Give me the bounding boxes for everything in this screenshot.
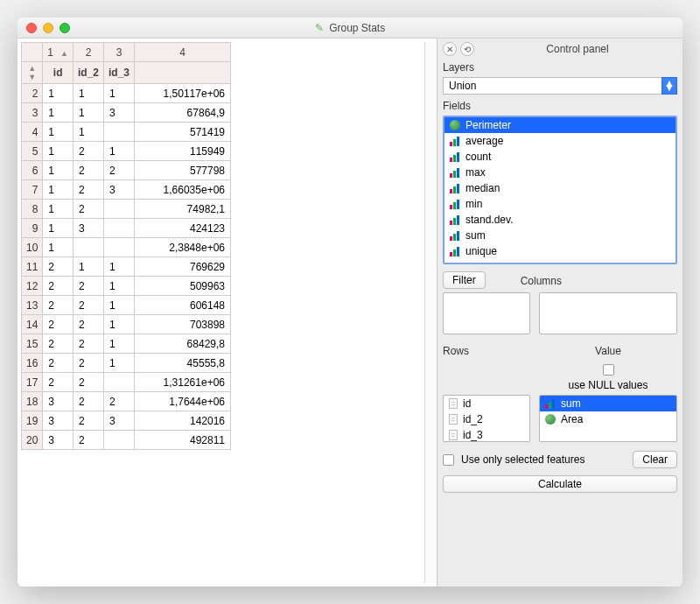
cell[interactable]: 1,50117e+06: [135, 84, 231, 103]
minimize-icon[interactable]: [43, 23, 53, 33]
cell[interactable]: 3: [43, 392, 74, 411]
table-scroll[interactable]: 1▲ 2 3 4 ▲▼ id id_2 id_3: [21, 42, 424, 583]
layers-select-value[interactable]: [443, 77, 662, 95]
table-row[interactable]: 1622145555,8: [22, 354, 231, 373]
table-row[interactable]: 2032492811: [22, 431, 231, 450]
cell[interactable]: 1: [43, 142, 74, 161]
calculate-button[interactable]: Calculate: [443, 475, 677, 493]
list-item[interactable]: sum: [540, 396, 676, 411]
col-header[interactable]: id: [43, 62, 74, 84]
table-row[interactable]: 913424123: [22, 219, 231, 238]
list-item[interactable]: sum: [444, 228, 676, 243]
cell[interactable]: 115949: [135, 142, 231, 161]
cell[interactable]: 2: [43, 373, 74, 392]
value-drop[interactable]: sumArea: [539, 395, 677, 442]
cell[interactable]: 1: [103, 84, 134, 103]
cell[interactable]: 1: [73, 103, 103, 123]
columns-drop[interactable]: [539, 292, 677, 334]
table-row[interactable]: 1012,3848e+06: [22, 238, 231, 257]
dropdown-arrows-icon[interactable]: ▲▼: [662, 77, 677, 95]
cell[interactable]: 2: [73, 180, 103, 200]
group-header[interactable]: 2: [73, 43, 103, 62]
cell[interactable]: 1: [43, 200, 74, 219]
cell[interactable]: 606148: [135, 296, 231, 315]
layers-select[interactable]: ▲▼: [443, 77, 677, 95]
use-selected-checkbox[interactable]: [443, 454, 454, 466]
cell[interactable]: 571419: [135, 123, 231, 142]
cell[interactable]: 1: [103, 315, 134, 334]
cell[interactable]: 2: [73, 354, 103, 373]
cell[interactable]: 2: [43, 354, 74, 373]
list-item[interactable]: Area: [540, 411, 676, 427]
col-header[interactable]: id_2: [73, 62, 103, 84]
cell[interactable]: 45555,8: [135, 354, 231, 373]
group-header[interactable]: 4: [135, 43, 231, 62]
cell[interactable]: 1: [103, 334, 134, 354]
group-header[interactable]: 3: [103, 43, 134, 62]
list-item[interactable]: stand.dev.: [444, 212, 676, 228]
cell[interactable]: 1: [43, 180, 74, 200]
list-item[interactable]: count: [444, 149, 676, 165]
cell[interactable]: 703898: [135, 315, 231, 334]
cell[interactable]: 2: [73, 334, 103, 354]
cell[interactable]: 1,31261e+06: [135, 373, 231, 392]
cell[interactable]: 1: [43, 84, 74, 103]
cell[interactable]: [103, 373, 134, 392]
cell[interactable]: 1: [43, 219, 74, 238]
table-row[interactable]: 17221,31261e+06: [22, 373, 231, 392]
cell[interactable]: [103, 431, 134, 450]
cell[interactable]: 2: [73, 373, 103, 392]
cell[interactable]: 3: [43, 431, 74, 450]
close-panel-icon[interactable]: ✕: [443, 42, 457, 56]
cell[interactable]: [73, 238, 103, 257]
vertical-scrollbar[interactable]: [424, 42, 437, 583]
table-row[interactable]: 19323142016: [22, 411, 231, 431]
cell[interactable]: 142016: [135, 411, 231, 431]
table-row[interactable]: 11211769629: [22, 257, 231, 277]
filter-button[interactable]: Filter: [443, 271, 486, 289]
list-item[interactable]: id_2: [444, 411, 529, 427]
cell[interactable]: 3: [103, 103, 134, 123]
cell[interactable]: 1: [103, 257, 134, 277]
cell[interactable]: 2: [73, 142, 103, 161]
cell[interactable]: 68429,8: [135, 334, 231, 354]
cell[interactable]: 1: [103, 277, 134, 296]
cell[interactable]: 1: [43, 161, 74, 180]
table-row[interactable]: 81274982,1: [22, 200, 231, 219]
cell[interactable]: 1: [43, 123, 74, 142]
cell[interactable]: 2: [43, 334, 74, 354]
cell[interactable]: 2: [73, 411, 103, 431]
group-header[interactable]: 1▲: [43, 43, 74, 62]
cell[interactable]: 509963: [135, 277, 231, 296]
list-item[interactable]: max: [444, 165, 676, 180]
table-row[interactable]: 14221703898: [22, 315, 231, 334]
list-item[interactable]: median: [444, 180, 676, 196]
filter-drop[interactable]: [443, 292, 530, 334]
list-item[interactable]: Perimeter: [444, 117, 676, 133]
table-row[interactable]: 12221509963: [22, 277, 231, 296]
list-item[interactable]: average: [444, 133, 676, 149]
cell[interactable]: 2: [73, 161, 103, 180]
restore-panel-icon[interactable]: ⟲: [460, 42, 474, 56]
cell[interactable]: 1,7644e+06: [135, 392, 231, 411]
cell[interactable]: 769629: [135, 257, 231, 277]
table-row[interactable]: 5121115949: [22, 142, 231, 161]
table-row[interactable]: 71231,66035e+06: [22, 180, 231, 200]
cell[interactable]: 3: [103, 180, 134, 200]
table-row[interactable]: 183221,7644e+06: [22, 392, 231, 411]
cell[interactable]: 1: [43, 238, 74, 257]
fields-list[interactable]: Perimeteraveragecountmaxmedianminstand.d…: [443, 116, 677, 264]
cell[interactable]: 2: [73, 392, 103, 411]
list-item[interactable]: unique: [444, 243, 676, 259]
table-row[interactable]: 21111,50117e+06: [22, 84, 231, 103]
cell[interactable]: [103, 219, 134, 238]
col-header[interactable]: id_3: [103, 62, 134, 84]
close-icon[interactable]: [26, 23, 37, 33]
cell[interactable]: 424123: [135, 219, 231, 238]
table-row[interactable]: 1522168429,8: [22, 334, 231, 354]
cell[interactable]: 1: [73, 123, 103, 142]
cell[interactable]: 2: [43, 257, 74, 277]
cell[interactable]: 2: [73, 200, 103, 219]
cell[interactable]: 2,3848e+06: [135, 238, 231, 257]
cell[interactable]: 1: [103, 142, 134, 161]
